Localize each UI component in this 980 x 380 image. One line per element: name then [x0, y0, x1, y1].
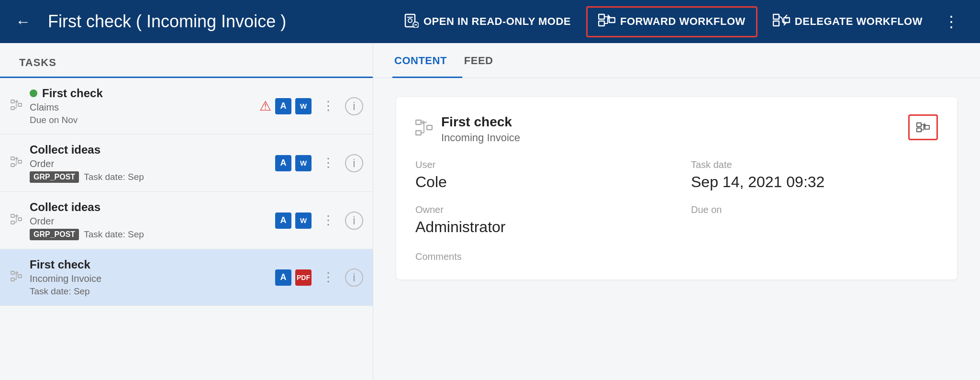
- task-workflow-icon: [10, 213, 23, 228]
- badge-a: A: [275, 269, 291, 286]
- content-fields: User Cole Task date Sep 14, 2021 09:32 O…: [415, 159, 938, 236]
- forward-workflow-button[interactable]: FORWARD WORKFLOW: [586, 6, 757, 37]
- tab-feed[interactable]: FEED: [462, 43, 509, 78]
- task-item-content: First check Claims Due on Nov: [30, 87, 253, 125]
- card-titles: First check Incoming Invoice: [441, 114, 520, 144]
- svg-rect-14: [11, 100, 14, 103]
- svg-rect-27: [11, 221, 14, 224]
- svg-rect-15: [11, 107, 14, 110]
- open-readonly-button[interactable]: OPEN IN READ-ONLY MODE: [392, 7, 582, 37]
- task-item-content: Collect ideas Order GRP_POST Task date: …: [30, 201, 268, 240]
- back-button[interactable]: ←: [15, 13, 31, 31]
- task-item-category: Claims: [30, 102, 253, 113]
- svg-rect-45: [917, 128, 921, 132]
- page-title: First check ( Incoming Invoice ): [48, 11, 380, 32]
- svg-rect-33: [11, 278, 14, 281]
- svg-rect-7: [609, 18, 615, 22]
- badge-word: W: [295, 155, 312, 171]
- task-item[interactable]: First check Claims Due on Nov ⚠ A W ⋮ i: [0, 78, 373, 134]
- task-more-button[interactable]: ⋮: [318, 211, 338, 230]
- svg-rect-11: [773, 14, 779, 19]
- task-date-label: Task date: [691, 159, 938, 170]
- detail-panel: CONTENT FEED: [373, 43, 980, 380]
- task-info-button[interactable]: i: [345, 97, 363, 115]
- tabs-bar: CONTENT FEED: [373, 43, 980, 78]
- svg-rect-12: [773, 21, 779, 26]
- readonly-icon: [403, 12, 419, 31]
- task-workflow-icon: [10, 99, 23, 113]
- task-date-value: Sep 14, 2021 09:32: [691, 173, 938, 191]
- task-item-content: First check Incoming Invoice Task date: …: [30, 258, 268, 297]
- badge-a: A: [275, 212, 291, 229]
- comments-label: Comments: [415, 251, 938, 262]
- more-menu-button[interactable]: ⋮: [938, 9, 965, 34]
- task-item-title: Collect ideas: [30, 143, 268, 156]
- svg-rect-32: [11, 271, 14, 274]
- svg-rect-40: [427, 125, 432, 130]
- svg-rect-38: [416, 120, 421, 124]
- owner-label: Owner: [415, 204, 662, 215]
- task-item-category: Incoming Invoice: [30, 273, 268, 284]
- task-info-button[interactable]: i: [345, 268, 363, 287]
- svg-rect-6: [599, 21, 604, 26]
- svg-rect-28: [18, 218, 22, 221]
- task-item-category: Order: [30, 158, 268, 169]
- task-item[interactable]: Collect ideas Order GRP_POST Task date: …: [0, 192, 373, 249]
- grp-badge: GRP_POST: [30, 171, 79, 183]
- user-value: Cole: [415, 173, 662, 191]
- readonly-label: OPEN IN READ-ONLY MODE: [423, 15, 571, 28]
- task-info-button[interactable]: i: [345, 212, 363, 230]
- delegate-workflow-icon: [773, 12, 790, 31]
- comments-section: Comments: [415, 251, 938, 262]
- card-task-subtitle: Incoming Invoice: [441, 132, 520, 144]
- task-date-field: Task date Sep 14, 2021 09:32: [691, 159, 938, 191]
- task-item-meta: GRP_POST Task date: Sep: [30, 171, 268, 183]
- task-item[interactable]: Collect ideas Order GRP_POST Task date: …: [0, 134, 373, 192]
- delegate-workflow-label: DELEGATE WORKFLOW: [795, 15, 923, 28]
- due-on-label: Due on: [691, 204, 938, 215]
- card-title-block: First check Incoming Invoice: [415, 114, 520, 144]
- tab-content[interactable]: CONTENT: [392, 43, 462, 78]
- task-more-button[interactable]: ⋮: [318, 97, 338, 115]
- task-item-title: Collect ideas: [30, 201, 268, 214]
- task-item-meta: Task date: Sep: [30, 286, 268, 297]
- svg-rect-16: [18, 103, 22, 106]
- svg-rect-5: [599, 14, 604, 19]
- svg-rect-44: [917, 123, 921, 127]
- owner-value: Administrator: [415, 218, 662, 236]
- svg-rect-39: [416, 131, 421, 135]
- task-item-badges: A PDF: [275, 269, 312, 286]
- svg-rect-22: [18, 160, 22, 163]
- content-area: First check Incoming Invoice: [373, 78, 980, 380]
- grp-badge: GRP_POST: [30, 229, 79, 240]
- task-item-badges: ⚠ A W: [259, 98, 312, 114]
- task-more-button[interactable]: ⋮: [318, 154, 338, 172]
- forward-workflow-card-button[interactable]: [908, 114, 938, 140]
- task-item-content: Collect ideas Order GRP_POST Task date: …: [30, 143, 268, 183]
- task-detail-card: First check Incoming Invoice: [396, 97, 957, 279]
- task-item-category: Order: [30, 216, 268, 227]
- user-label: User: [415, 159, 662, 170]
- task-item-badges: A W: [275, 212, 312, 229]
- due-on-field: Due on: [691, 204, 938, 236]
- task-item[interactable]: First check Incoming Invoice Task date: …: [0, 249, 373, 306]
- status-indicator: [30, 89, 37, 97]
- svg-rect-34: [18, 275, 22, 278]
- task-workflow-icon: [10, 270, 23, 285]
- svg-rect-21: [11, 164, 14, 167]
- badge-pdf: PDF: [295, 269, 312, 286]
- tasks-panel: TASKS First check Cla: [0, 43, 373, 380]
- task-workflow-icon: [10, 156, 23, 170]
- task-item-title: First check: [30, 258, 268, 271]
- card-task-title: First check: [441, 114, 520, 130]
- task-info-button[interactable]: i: [345, 154, 363, 172]
- owner-field: Owner Administrator: [415, 204, 662, 236]
- forward-workflow-label: FORWARD WORKFLOW: [620, 15, 746, 28]
- badge-a: A: [275, 155, 291, 171]
- header-actions: OPEN IN READ-ONLY MODE FORWARD WORKFLOW: [392, 6, 965, 37]
- delegate-workflow-button[interactable]: DELEGATE WORKFLOW: [761, 7, 934, 37]
- task-item-meta: Due on Nov: [30, 115, 253, 125]
- task-more-button[interactable]: ⋮: [318, 268, 338, 287]
- header: ← First check ( Incoming Invoice ) OPEN …: [0, 0, 980, 43]
- main-content: TASKS First check Cla: [0, 43, 980, 380]
